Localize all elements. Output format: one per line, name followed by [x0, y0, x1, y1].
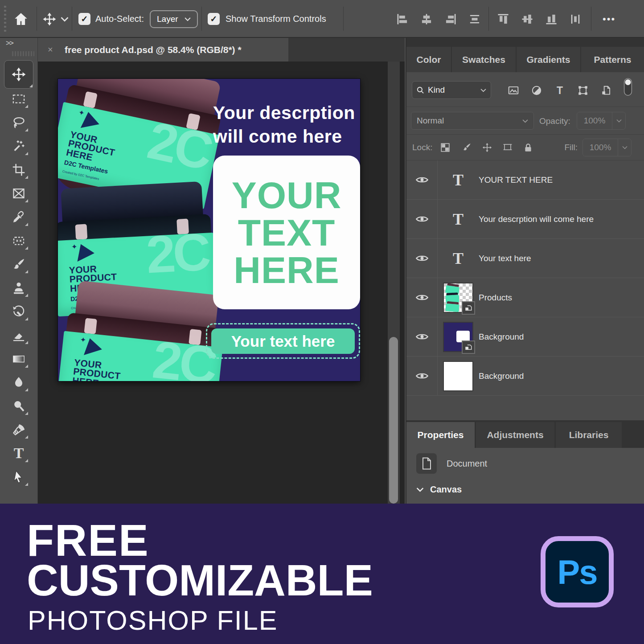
eye-icon: [415, 332, 429, 341]
tool-frame[interactable]: [9, 184, 29, 203]
move-tool-icon: [43, 12, 56, 26]
tool-crop[interactable]: [9, 160, 29, 180]
tool-dodge[interactable]: [9, 396, 29, 416]
tool-preset-chevron[interactable]: [61, 0, 69, 38]
tool-direct-selection[interactable]: [9, 467, 29, 487]
jar-logo-spark-icon: ✦: [78, 108, 85, 117]
align-vertical-centers-button[interactable]: [520, 12, 535, 27]
tool-magic-wand[interactable]: [9, 136, 29, 156]
separator: [343, 7, 344, 31]
layer-name: Background: [479, 371, 524, 381]
document-icon: [421, 457, 432, 470]
lock-transparent-pixels-icon[interactable]: [439, 142, 451, 153]
visibility-toggle[interactable]: [406, 357, 438, 395]
toolbar-grip[interactable]: [12, 51, 34, 56]
filter-smart-objects-icon[interactable]: [599, 84, 613, 97]
tool-rectangular-marquee[interactable]: [9, 89, 29, 109]
fill-field[interactable]: 100%: [582, 139, 632, 156]
lock-image-pixels-icon[interactable]: [461, 142, 472, 153]
smart-object-badge-icon: [463, 302, 474, 314]
distribute-vertical-centers-button[interactable]: [467, 12, 482, 27]
tool-gradient[interactable]: [9, 349, 29, 369]
lock-position-icon[interactable]: [481, 142, 493, 153]
tool-pen[interactable]: [9, 420, 29, 439]
filter-shape-layers-icon[interactable]: [576, 84, 590, 97]
blend-mode-dropdown[interactable]: Normal: [411, 112, 534, 130]
tab-patterns[interactable]: Patterns: [581, 47, 644, 72]
properties-tab-bar: Properties Adjustments Libraries: [406, 420, 644, 448]
tool-move[interactable]: [4, 60, 33, 89]
filter-kind-dropdown[interactable]: Kind: [412, 81, 491, 99]
layer-row-background-smart[interactable]: Background: [406, 317, 644, 357]
layer-row-description[interactable]: T Your descrption will come here: [406, 200, 644, 239]
document-tab[interactable]: × free product Ad.psd @ 58.4% (RGB/8*) *: [38, 38, 288, 62]
lock-artboard-icon[interactable]: [502, 142, 513, 153]
home-button[interactable]: [13, 0, 29, 38]
layer-row-your-text-here-small[interactable]: T Your text here: [406, 239, 644, 278]
layer-thumbnail[interactable]: [444, 362, 472, 390]
filter-type-layers-icon[interactable]: T: [553, 84, 566, 97]
tab-libraries[interactable]: Libraries: [556, 422, 622, 448]
auto-select-checkbox[interactable]: ✓: [78, 0, 90, 38]
lock-all-icon[interactable]: [522, 142, 534, 153]
chevron-down-icon[interactable]: [612, 112, 625, 129]
align-left-edges-button[interactable]: [395, 12, 410, 27]
tab-gradients[interactable]: Gradients: [517, 47, 580, 72]
filter-pixel-layers-icon[interactable]: [507, 84, 520, 97]
show-transform-checkbox[interactable]: ✓: [208, 0, 220, 38]
distribute-horizontal-centers-button[interactable]: [568, 12, 583, 27]
layer-row-background[interactable]: Background: [406, 357, 644, 396]
tool-lasso[interactable]: [9, 113, 29, 132]
align-horizontal-centers-button[interactable]: [419, 12, 434, 27]
vertical-scrollbar[interactable]: [388, 62, 400, 504]
chevron-down-icon[interactable]: [618, 139, 631, 156]
visibility-toggle[interactable]: [406, 239, 438, 278]
tool-brush[interactable]: [9, 254, 29, 274]
layer-filtering-toggle[interactable]: [621, 80, 635, 94]
tab-adjustments[interactable]: Adjustments: [476, 422, 554, 448]
photoshop-logo: Ps: [541, 536, 614, 607]
scrollbar-thumb[interactable]: [389, 337, 398, 504]
right-panel: Color Swatches Gradients Patterns Kind T: [406, 38, 644, 504]
eye-icon: [415, 371, 429, 381]
options-bar-grip[interactable]: [4, 6, 6, 32]
layer-row-products[interactable]: Products: [406, 278, 644, 317]
pasteboard[interactable]: 2C ✦ YOUR PRODUCT HERE D2C Templates Cre…: [38, 62, 405, 504]
document-properties-button[interactable]: [416, 453, 437, 474]
separator: [201, 7, 202, 31]
tool-history-brush[interactable]: [9, 302, 29, 321]
auto-select-target-dropdown[interactable]: Layer: [150, 0, 198, 38]
opacity-field[interactable]: 100%: [577, 112, 626, 130]
close-tab-icon[interactable]: ×: [48, 45, 57, 55]
align-top-edges-button[interactable]: [496, 12, 511, 27]
current-tool-button[interactable]: [43, 0, 56, 38]
filter-adjustment-layers-icon[interactable]: [530, 84, 543, 97]
tool-eraser[interactable]: [9, 325, 29, 345]
visibility-toggle[interactable]: [406, 317, 438, 356]
tab-color[interactable]: Color: [406, 47, 451, 72]
document-tab-title: free product Ad.psd @ 58.4% (RGB/8*) *: [65, 45, 242, 55]
align-bottom-edges-button[interactable]: [544, 12, 559, 27]
tool-patch[interactable]: [9, 231, 29, 250]
layer-thumbnail[interactable]: [444, 323, 472, 351]
toolbar-expand-button[interactable]: >>: [6, 39, 13, 48]
visibility-toggle[interactable]: [406, 160, 438, 199]
visibility-toggle[interactable]: [406, 200, 438, 238]
tool-blur[interactable]: [9, 373, 29, 392]
tool-eyedropper[interactable]: [9, 207, 29, 227]
canvas-section-header[interactable]: Canvas: [416, 484, 462, 495]
document-properties-label: Document: [447, 459, 487, 469]
search-icon: [417, 86, 424, 94]
tool-clone-stamp[interactable]: [9, 278, 29, 298]
align-right-edges-button[interactable]: [443, 12, 458, 27]
visibility-toggle[interactable]: [406, 278, 438, 317]
tab-properties[interactable]: Properties: [406, 422, 475, 448]
layer-thumbnail[interactable]: [444, 283, 472, 312]
more-options-button[interactable]: •••: [603, 0, 615, 38]
separator: [488, 7, 489, 31]
tool-type[interactable]: T: [9, 443, 29, 463]
tab-swatches[interactable]: Swatches: [452, 47, 516, 72]
canvas-artwork[interactable]: 2C ✦ YOUR PRODUCT HERE D2C Templates Cre…: [58, 79, 360, 381]
auto-select-target-value: Layer: [157, 14, 178, 24]
layer-row-your-text-here[interactable]: T YOUR TEXT HERE: [406, 160, 644, 200]
